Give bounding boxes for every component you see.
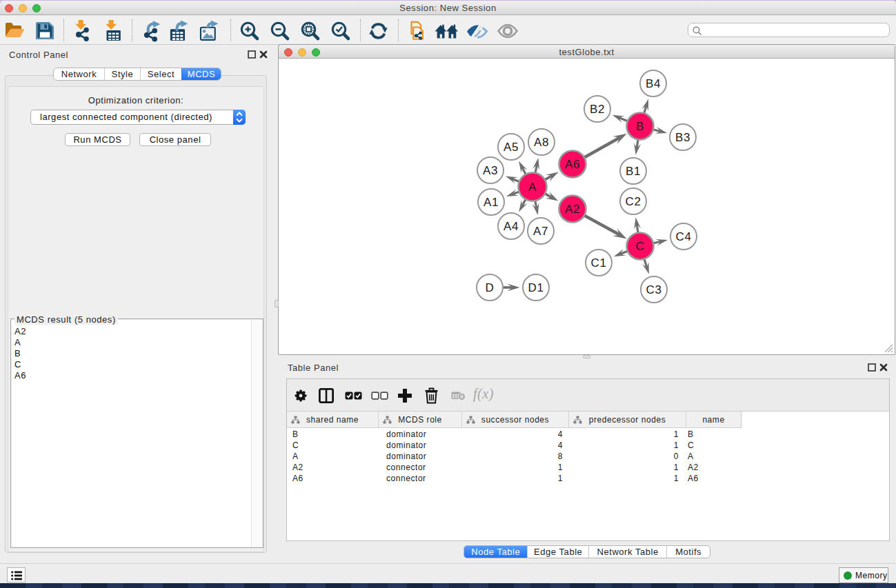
svg-text:A2: A2 <box>565 203 580 216</box>
svg-text:C4: C4 <box>676 230 692 243</box>
svg-text:C1: C1 <box>591 256 607 270</box>
svg-text:A: A <box>528 181 537 194</box>
svg-text:B4: B4 <box>646 77 661 90</box>
svg-text:B3: B3 <box>675 131 690 144</box>
svg-text:D: D <box>486 281 495 294</box>
svg-text:B1: B1 <box>626 165 641 178</box>
svg-text:A3: A3 <box>483 164 498 177</box>
svg-text:C3: C3 <box>646 283 662 296</box>
svg-text:C2: C2 <box>626 195 641 208</box>
svg-text:A4: A4 <box>504 220 519 233</box>
svg-text:A8: A8 <box>534 136 549 149</box>
svg-text:B2: B2 <box>590 103 605 116</box>
svg-text:A7: A7 <box>533 225 548 238</box>
svg-text:A1: A1 <box>484 196 499 209</box>
svg-text:A6: A6 <box>565 158 580 171</box>
svg-text:B: B <box>636 120 644 133</box>
svg-text:C: C <box>636 240 645 253</box>
svg-text:D1: D1 <box>528 281 544 294</box>
svg-text:A5: A5 <box>504 141 519 154</box>
